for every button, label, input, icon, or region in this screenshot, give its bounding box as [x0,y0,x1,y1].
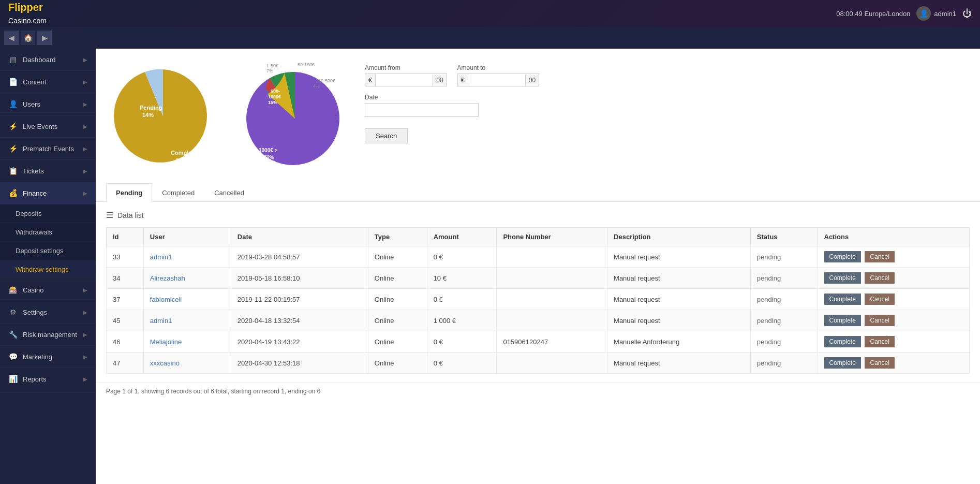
complete-button[interactable]: Complete [824,315,861,326]
svg-text:4%: 4% [313,83,320,89]
sidebar-item-reports[interactable]: 📊 Reports ▶ [0,368,96,390]
complete-button[interactable]: Complete [824,251,861,262]
tickets-icon: 📋 [8,166,18,175]
tab-completed[interactable]: Completed [152,183,204,202]
sidebar-submenu-deposit-settings[interactable]: Deposit settings [0,242,96,260]
complete-button[interactable]: Complete [824,294,861,305]
content-arrow-icon: ▶ [83,79,87,85]
amount-to-currency: € [458,74,468,86]
svg-text:Completed: Completed [171,150,200,156]
table-row: 37 fabiomiceli 2019-11-22 00:19:57 Onlin… [107,289,970,310]
cancel-button[interactable]: Cancel [865,336,894,347]
prematch-events-icon: ⚡ [8,144,18,153]
table-row: 33 admin1 2019-03-28 04:58:57 Online 0 €… [107,246,970,268]
status-badge: pending [757,253,781,261]
cancel-button[interactable]: Cancel [865,294,894,305]
data-section: ☰ Data list Id User Date Type Amount Pho… [96,202,980,382]
col-header-phone: Phone Number [497,228,607,246]
dashboard-arrow-icon: ▶ [83,57,87,63]
col-header-date: Date [231,228,368,246]
complete-button[interactable]: Complete [824,272,861,284]
complete-button[interactable]: Complete [824,357,861,369]
table-row: 45 admin1 2020-04-18 13:32:54 Online 1 0… [107,310,970,331]
cancel-button[interactable]: Cancel [865,357,894,369]
table-row: 47 xxxcasino 2020-04-30 12:53:18 Online … [107,353,970,374]
user-link[interactable]: xxxcasino [150,359,180,367]
sidebar-submenu-withdrawals[interactable]: Withdrawals [0,223,96,242]
topbar-right: 08:00:49 Europe/London 👤 admin1 ⏻ [836,6,972,21]
topbar-username: admin1 [934,10,956,18]
topbar-user: 👤 admin1 [916,6,956,21]
svg-text:1000€ >: 1000€ > [259,148,278,153]
sidebar-item-casino[interactable]: 🎰 Casino ▶ [0,279,96,301]
col-header-user: User [143,228,231,246]
sidebar-item-settings[interactable]: ⚙ Settings ▶ [0,301,96,324]
cell-id: 47 [107,353,144,374]
cell-date: 2020-04-19 13:43:22 [231,331,368,353]
nav-forward-button[interactable]: ▶ [37,31,52,45]
cancel-button[interactable]: Cancel [865,315,894,326]
marketing-icon: 💬 [8,352,18,361]
sidebar-submenu-deposits[interactable]: Deposits [0,204,96,223]
cell-status: pending [750,331,818,353]
sidebar-label-content: Content [23,78,47,86]
cancel-button[interactable]: Cancel [865,251,894,262]
amount-to-label: Amount to [457,64,540,71]
cell-amount: 0 € [427,353,497,374]
nav-home-button[interactable]: 🏠 [21,31,35,45]
cell-actions: Complete Cancel [818,331,970,353]
reports-icon: 📊 [8,374,18,384]
cell-user: admin1 [143,310,231,331]
amount-to-input[interactable] [468,74,525,86]
users-arrow-icon: ▶ [83,101,87,107]
cell-status: pending [750,246,818,268]
sidebar: ▤ Dashboard ▶ 📄 Content ▶ 👤 Users ▶ ⚡ Li… [0,49,96,484]
sidebar-item-users[interactable]: 👤 Users ▶ [0,93,96,115]
tabs-bar: Pending Completed Cancelled [96,183,980,202]
content-icon: 📄 [8,77,18,86]
tab-pending[interactable]: Pending [106,183,152,202]
user-link[interactable]: admin1 [150,253,172,261]
sidebar-item-dashboard[interactable]: ▤ Dashboard ▶ [0,49,96,71]
prematch-events-arrow-icon: ▶ [83,146,87,152]
user-link[interactable]: admin1 [150,317,172,325]
date-input[interactable] [365,103,479,117]
sidebar-item-risk-management[interactable]: 🔧 Risk management ▶ [0,324,96,346]
complete-button[interactable]: Complete [824,336,861,347]
sidebar-label-users: Users [23,100,40,108]
sidebar-item-content[interactable]: 📄 Content ▶ [0,71,96,93]
status-badge: pending [757,338,781,346]
cell-status: pending [750,310,818,331]
nav-collapse-button[interactable]: ◀ [4,31,19,45]
user-link[interactable]: fabiomiceli [150,296,182,303]
search-button[interactable]: Search [365,128,408,143]
amount-from-input-group: € 00 [365,74,447,86]
amount-from-input[interactable] [376,74,433,86]
sidebar-item-prematch-events[interactable]: ⚡ Prematch Events ▶ [0,138,96,160]
sidebar-label-live-events: Live Events [23,123,57,130]
user-link[interactable]: Alirezashah [150,274,185,282]
sidebar-submenu-withdraw-settings[interactable]: Withdraw settings [0,260,96,279]
cell-description: Manual request [607,289,751,310]
settings-icon: ⚙ [8,307,18,317]
cell-id: 33 [107,246,144,268]
cell-phone [497,310,607,331]
sidebar-item-marketing[interactable]: 💬 Marketing ▶ [0,346,96,368]
sidebar-item-tickets[interactable]: 📋 Tickets ▶ [0,160,96,182]
sidebar-item-live-events[interactable]: ⚡ Live Events ▶ [0,115,96,138]
submenu-label-deposits: Deposits [16,210,42,217]
status-badge: pending [757,274,781,282]
cancel-button[interactable]: Cancel [865,272,894,284]
cell-phone [497,268,607,289]
logout-icon[interactable]: ⏻ [962,8,972,19]
cell-phone: 015906120247 [497,331,607,353]
logo-text: Flipper Casino.com [8,1,47,26]
col-header-description: Description [607,228,751,246]
tab-cancelled[interactable]: Cancelled [204,183,254,202]
sidebar-item-finance[interactable]: 💰 Finance ▶ [0,182,96,204]
user-link[interactable]: Meliajoline [150,338,182,346]
cell-amount: 0 € [427,246,497,268]
sidebar-label-risk-management: Risk management [23,331,77,339]
cell-actions: Complete Cancel [818,310,970,331]
amount-from-currency: € [365,74,376,86]
